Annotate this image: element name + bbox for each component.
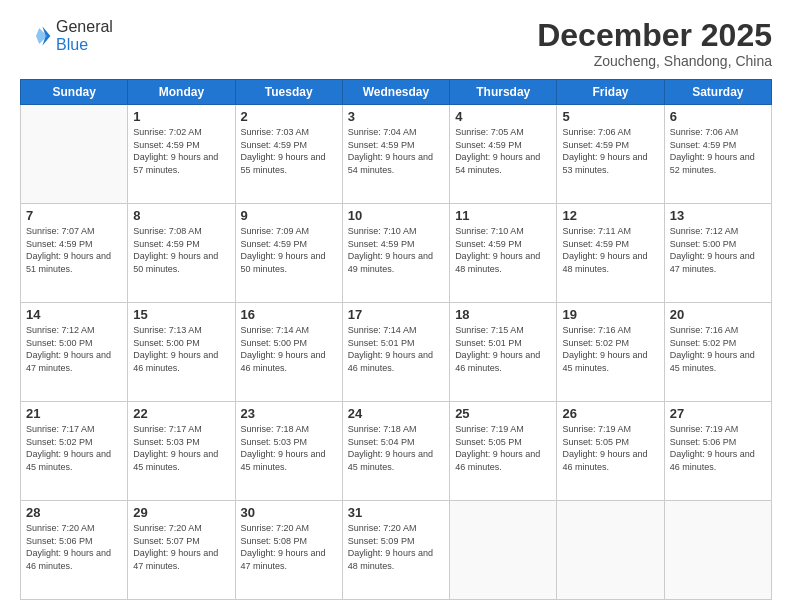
day-info: Sunrise: 7:20 AMSunset: 5:06 PMDaylight:… bbox=[26, 522, 122, 572]
calendar-cell: 4Sunrise: 7:05 AMSunset: 4:59 PMDaylight… bbox=[450, 105, 557, 204]
logo-general: General bbox=[56, 18, 113, 36]
day-info: Sunrise: 7:18 AMSunset: 5:04 PMDaylight:… bbox=[348, 423, 444, 473]
calendar-cell: 18Sunrise: 7:15 AMSunset: 5:01 PMDayligh… bbox=[450, 303, 557, 402]
calendar-cell: 28Sunrise: 7:20 AMSunset: 5:06 PMDayligh… bbox=[21, 501, 128, 600]
day-info: Sunrise: 7:20 AMSunset: 5:07 PMDaylight:… bbox=[133, 522, 229, 572]
day-info: Sunrise: 7:19 AMSunset: 5:05 PMDaylight:… bbox=[562, 423, 658, 473]
day-number: 11 bbox=[455, 208, 551, 223]
logo: General Blue bbox=[20, 18, 113, 54]
weekday-header: Thursday bbox=[450, 80, 557, 105]
day-info: Sunrise: 7:12 AMSunset: 5:00 PMDaylight:… bbox=[670, 225, 766, 275]
page: General Blue December 2025 Zoucheng, Sha… bbox=[0, 0, 792, 612]
logo-text: General Blue bbox=[56, 18, 113, 54]
day-number: 23 bbox=[241, 406, 337, 421]
calendar-cell: 6Sunrise: 7:06 AMSunset: 4:59 PMDaylight… bbox=[664, 105, 771, 204]
day-info: Sunrise: 7:20 AMSunset: 5:09 PMDaylight:… bbox=[348, 522, 444, 572]
weekday-header: Saturday bbox=[664, 80, 771, 105]
day-number: 30 bbox=[241, 505, 337, 520]
day-info: Sunrise: 7:19 AMSunset: 5:05 PMDaylight:… bbox=[455, 423, 551, 473]
day-number: 17 bbox=[348, 307, 444, 322]
calendar-week-row: 7Sunrise: 7:07 AMSunset: 4:59 PMDaylight… bbox=[21, 204, 772, 303]
day-info: Sunrise: 7:17 AMSunset: 5:02 PMDaylight:… bbox=[26, 423, 122, 473]
calendar-week-row: 1Sunrise: 7:02 AMSunset: 4:59 PMDaylight… bbox=[21, 105, 772, 204]
calendar-cell bbox=[21, 105, 128, 204]
day-number: 29 bbox=[133, 505, 229, 520]
day-number: 1 bbox=[133, 109, 229, 124]
calendar-week-row: 21Sunrise: 7:17 AMSunset: 5:02 PMDayligh… bbox=[21, 402, 772, 501]
calendar-cell: 14Sunrise: 7:12 AMSunset: 5:00 PMDayligh… bbox=[21, 303, 128, 402]
calendar-week-row: 14Sunrise: 7:12 AMSunset: 5:00 PMDayligh… bbox=[21, 303, 772, 402]
calendar-cell: 17Sunrise: 7:14 AMSunset: 5:01 PMDayligh… bbox=[342, 303, 449, 402]
calendar-cell: 5Sunrise: 7:06 AMSunset: 4:59 PMDaylight… bbox=[557, 105, 664, 204]
calendar-cell bbox=[557, 501, 664, 600]
day-number: 31 bbox=[348, 505, 444, 520]
weekday-header: Sunday bbox=[21, 80, 128, 105]
day-info: Sunrise: 7:17 AMSunset: 5:03 PMDaylight:… bbox=[133, 423, 229, 473]
calendar-cell: 31Sunrise: 7:20 AMSunset: 5:09 PMDayligh… bbox=[342, 501, 449, 600]
calendar-cell: 23Sunrise: 7:18 AMSunset: 5:03 PMDayligh… bbox=[235, 402, 342, 501]
day-number: 26 bbox=[562, 406, 658, 421]
day-number: 18 bbox=[455, 307, 551, 322]
calendar-cell: 25Sunrise: 7:19 AMSunset: 5:05 PMDayligh… bbox=[450, 402, 557, 501]
calendar-cell: 3Sunrise: 7:04 AMSunset: 4:59 PMDaylight… bbox=[342, 105, 449, 204]
day-number: 7 bbox=[26, 208, 122, 223]
day-number: 22 bbox=[133, 406, 229, 421]
day-number: 6 bbox=[670, 109, 766, 124]
day-info: Sunrise: 7:09 AMSunset: 4:59 PMDaylight:… bbox=[241, 225, 337, 275]
day-number: 9 bbox=[241, 208, 337, 223]
calendar-cell: 7Sunrise: 7:07 AMSunset: 4:59 PMDaylight… bbox=[21, 204, 128, 303]
title-area: December 2025 Zoucheng, Shandong, China bbox=[537, 18, 772, 69]
day-number: 10 bbox=[348, 208, 444, 223]
calendar-cell: 9Sunrise: 7:09 AMSunset: 4:59 PMDaylight… bbox=[235, 204, 342, 303]
day-info: Sunrise: 7:04 AMSunset: 4:59 PMDaylight:… bbox=[348, 126, 444, 176]
day-number: 20 bbox=[670, 307, 766, 322]
day-info: Sunrise: 7:12 AMSunset: 5:00 PMDaylight:… bbox=[26, 324, 122, 374]
day-info: Sunrise: 7:14 AMSunset: 5:00 PMDaylight:… bbox=[241, 324, 337, 374]
calendar-cell: 19Sunrise: 7:16 AMSunset: 5:02 PMDayligh… bbox=[557, 303, 664, 402]
calendar-cell: 29Sunrise: 7:20 AMSunset: 5:07 PMDayligh… bbox=[128, 501, 235, 600]
calendar-body: 1Sunrise: 7:02 AMSunset: 4:59 PMDaylight… bbox=[21, 105, 772, 600]
day-number: 28 bbox=[26, 505, 122, 520]
day-number: 2 bbox=[241, 109, 337, 124]
header: General Blue December 2025 Zoucheng, Sha… bbox=[20, 18, 772, 69]
day-number: 3 bbox=[348, 109, 444, 124]
day-number: 12 bbox=[562, 208, 658, 223]
day-info: Sunrise: 7:11 AMSunset: 4:59 PMDaylight:… bbox=[562, 225, 658, 275]
weekday-header: Tuesday bbox=[235, 80, 342, 105]
weekday-header-row: SundayMondayTuesdayWednesdayThursdayFrid… bbox=[21, 80, 772, 105]
day-info: Sunrise: 7:20 AMSunset: 5:08 PMDaylight:… bbox=[241, 522, 337, 572]
day-number: 5 bbox=[562, 109, 658, 124]
calendar-cell bbox=[450, 501, 557, 600]
calendar-cell: 11Sunrise: 7:10 AMSunset: 4:59 PMDayligh… bbox=[450, 204, 557, 303]
day-info: Sunrise: 7:16 AMSunset: 5:02 PMDaylight:… bbox=[562, 324, 658, 374]
day-info: Sunrise: 7:05 AMSunset: 4:59 PMDaylight:… bbox=[455, 126, 551, 176]
weekday-header: Friday bbox=[557, 80, 664, 105]
calendar-cell: 13Sunrise: 7:12 AMSunset: 5:00 PMDayligh… bbox=[664, 204, 771, 303]
calendar-cell: 26Sunrise: 7:19 AMSunset: 5:05 PMDayligh… bbox=[557, 402, 664, 501]
day-info: Sunrise: 7:10 AMSunset: 4:59 PMDaylight:… bbox=[455, 225, 551, 275]
calendar-cell: 20Sunrise: 7:16 AMSunset: 5:02 PMDayligh… bbox=[664, 303, 771, 402]
day-number: 27 bbox=[670, 406, 766, 421]
calendar-cell: 21Sunrise: 7:17 AMSunset: 5:02 PMDayligh… bbox=[21, 402, 128, 501]
day-number: 4 bbox=[455, 109, 551, 124]
calendar-cell: 12Sunrise: 7:11 AMSunset: 4:59 PMDayligh… bbox=[557, 204, 664, 303]
day-number: 8 bbox=[133, 208, 229, 223]
logo-blue: Blue bbox=[56, 36, 113, 54]
weekday-header: Wednesday bbox=[342, 80, 449, 105]
day-info: Sunrise: 7:08 AMSunset: 4:59 PMDaylight:… bbox=[133, 225, 229, 275]
logo-icon bbox=[20, 20, 52, 52]
day-info: Sunrise: 7:14 AMSunset: 5:01 PMDaylight:… bbox=[348, 324, 444, 374]
calendar-cell: 22Sunrise: 7:17 AMSunset: 5:03 PMDayligh… bbox=[128, 402, 235, 501]
day-info: Sunrise: 7:07 AMSunset: 4:59 PMDaylight:… bbox=[26, 225, 122, 275]
day-number: 19 bbox=[562, 307, 658, 322]
calendar-cell: 1Sunrise: 7:02 AMSunset: 4:59 PMDaylight… bbox=[128, 105, 235, 204]
day-info: Sunrise: 7:02 AMSunset: 4:59 PMDaylight:… bbox=[133, 126, 229, 176]
weekday-header: Monday bbox=[128, 80, 235, 105]
day-info: Sunrise: 7:18 AMSunset: 5:03 PMDaylight:… bbox=[241, 423, 337, 473]
day-info: Sunrise: 7:19 AMSunset: 5:06 PMDaylight:… bbox=[670, 423, 766, 473]
day-info: Sunrise: 7:15 AMSunset: 5:01 PMDaylight:… bbox=[455, 324, 551, 374]
day-info: Sunrise: 7:06 AMSunset: 4:59 PMDaylight:… bbox=[562, 126, 658, 176]
day-number: 13 bbox=[670, 208, 766, 223]
calendar-cell: 2Sunrise: 7:03 AMSunset: 4:59 PMDaylight… bbox=[235, 105, 342, 204]
month-title: December 2025 bbox=[537, 18, 772, 53]
